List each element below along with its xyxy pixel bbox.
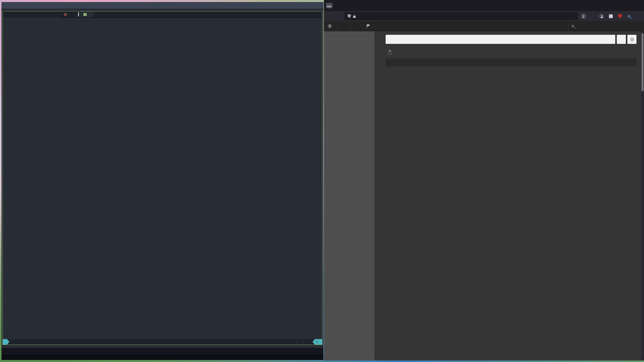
help-button[interactable] (617, 35, 626, 44)
clock-icon (316, 341, 318, 343)
copy-path-icon[interactable] (388, 51, 391, 54)
neotree-file-explorer (3, 17, 60, 18)
feature-flags-menu[interactable] (363, 21, 374, 31)
neotree-winbar (3, 11, 60, 17)
search-extension-icon[interactable] (625, 13, 632, 20)
search-icon (572, 25, 574, 27)
trait-declaration (386, 58, 636, 67)
statusline-separator: ‹ (296, 340, 298, 344)
firefox-toolbar (324, 11, 644, 21)
zellij-tip-bar (2, 354, 323, 360)
docsrs-brand[interactable]: R (324, 21, 338, 31)
tracking-protection-shield-icon[interactable] (348, 14, 351, 18)
page-title-row (386, 51, 636, 54)
firefox-view-icon[interactable] (326, 3, 332, 8)
nvim: > ‹ (3, 11, 322, 345)
url-bar[interactable] (345, 12, 578, 20)
firefox-window: R (324, 0, 644, 360)
scrollbar-thumb[interactable] (641, 33, 643, 91)
gear-icon (630, 38, 634, 41)
nvim-body (3, 17, 322, 18)
tabline-cursor (78, 12, 79, 16)
settings-button[interactable] (627, 35, 636, 44)
window-separator (60, 17, 322, 18)
platform-menu[interactable] (350, 21, 363, 31)
nvim-statusline: ‹ ‹ (3, 339, 322, 345)
find-crate-search[interactable] (568, 21, 644, 31)
statusline-clock (313, 339, 322, 345)
bookmark-star-icon[interactable] (589, 13, 596, 20)
zellij-tab-bar (2, 2, 323, 9)
flag-icon (367, 24, 367, 28)
docsrs-main (374, 31, 641, 360)
terminal-buffer-icon: > (83, 13, 87, 16)
firefox-tab-bar (324, 0, 644, 11)
zellij-terminal-window: > ‹ (2, 2, 323, 360)
find-crate-input[interactable] (576, 24, 641, 28)
zellij-keybind-bar (2, 348, 323, 354)
buffer-tab-havoc[interactable] (60, 11, 76, 17)
lock-icon[interactable] (353, 16, 356, 18)
account-icon[interactable] (598, 13, 605, 20)
doc-search-row (386, 35, 636, 44)
rust-file-icon (64, 13, 67, 16)
sidebar-crate-version (330, 36, 368, 40)
terminal-gap (2, 345, 323, 348)
menu-icon[interactable] (634, 13, 641, 20)
extension-icon[interactable] (607, 13, 614, 20)
statusline-separator: ‹ (303, 340, 305, 344)
ublock-origin-icon[interactable] (616, 13, 623, 20)
rust-logo-icon: R (328, 24, 332, 28)
docsrs-navbar: R (324, 21, 644, 31)
docsrs-sidebar (324, 31, 374, 360)
crate-menu[interactable] (338, 21, 350, 31)
reader-mode-icon[interactable] (580, 13, 587, 20)
browser-scrollbar[interactable] (641, 31, 644, 360)
buffer-tab-zsh[interactable]: > (80, 11, 94, 17)
editor-column (60, 17, 322, 18)
zellij-pane: > ‹ (3, 11, 322, 345)
statusline-mode (3, 339, 9, 345)
docsrs-content (324, 31, 644, 360)
nvim-tabline: > (3, 11, 322, 17)
statusline-right: ‹ ‹ (293, 339, 322, 345)
doc-search-input[interactable] (386, 35, 615, 44)
